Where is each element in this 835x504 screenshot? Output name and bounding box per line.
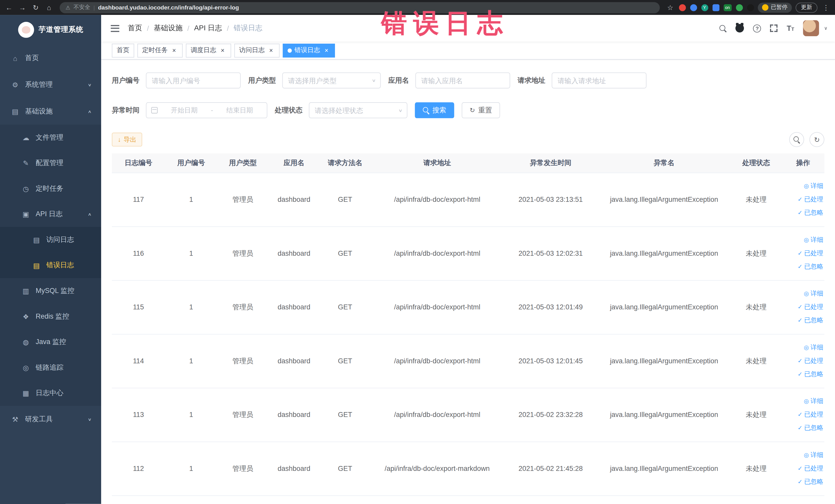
extension-icon-green-y[interactable]: Y [701,4,708,11]
user-id-input[interactable] [146,73,241,88]
request-url-input[interactable] [552,73,646,88]
toggle-search-button[interactable] [789,132,804,147]
action-detail[interactable]: ◎详细 [785,448,823,462]
action-ignored[interactable]: ✓已忽略 [785,475,823,489]
action-detail[interactable]: ◎详细 [785,287,823,300]
breadcrumb-separator: / [227,24,229,32]
browser-back-icon[interactable]: ← [4,2,14,13]
action-processed[interactable]: ✓已处理 [785,354,823,368]
extension-icon-paw[interactable] [747,4,754,11]
table-toolbar: ↓ 导出 ↻ [112,132,824,147]
tab-schedule-log[interactable]: 调度日志× [186,43,231,57]
action-detail[interactable]: ◎详细 [785,180,823,193]
sidebar-item-mysql-monitor[interactable]: ▥MySQL 监控 [0,278,101,304]
paused-extension-badge[interactable]: 已暂停 [757,2,792,12]
sidebar-item-redis-monitor[interactable]: ❖Redis 监控 [0,304,101,329]
row-actions: ◎详细✓已处理✓已忽略 [782,173,824,226]
date-range-picker[interactable]: 开始日期 - 结束日期 [146,102,267,118]
action-ignored[interactable]: ✓已忽略 [785,206,823,220]
sidebar-item-label: 链路追踪 [36,363,63,372]
extension-icon-green-leaf[interactable] [736,4,742,11]
table-cell: 112 [112,442,165,496]
sidebar-item-config-management[interactable]: ✎配置管理 [0,150,101,176]
action-ignored[interactable]: ✓已忽略 [785,367,823,381]
sidebar-item-access-log[interactable]: ▤访问日志 [0,227,101,253]
extension-icon-blue-grid[interactable] [712,4,719,11]
hamburger-icon[interactable] [111,25,119,32]
export-button[interactable]: ↓ 导出 [112,133,142,147]
table-cell: 管理员 [217,173,268,226]
tab-home[interactable]: 首页 [112,43,134,57]
bookmark-star-icon[interactable]: ☆ [665,2,675,13]
tab-label: 错误日志 [294,46,320,55]
close-icon[interactable]: × [323,47,330,54]
sidebar-item-trace[interactable]: ◎链路追踪 [0,355,101,381]
breadcrumb: 首页/基础设施/API 日志/错误日志 [128,23,262,33]
action-detail[interactable]: ◎详细 [785,395,823,408]
table-cell: 115 [112,280,165,334]
browser-forward-icon[interactable]: → [18,2,27,13]
row-actions: ◎详细✓已处理✓已忽略 [782,388,824,442]
browser-home-icon[interactable]: ⌂ [44,2,54,13]
action-processed[interactable]: ✓已处理 [785,462,823,475]
check-icon: ✓ [797,193,802,206]
search-button[interactable]: 搜索 [415,102,454,118]
chevron-down-icon[interactable]: ∨ [824,26,828,31]
close-icon[interactable]: × [267,47,274,54]
app-name-input[interactable] [415,73,510,88]
help-icon[interactable]: ? [753,24,761,32]
sidebar-item-infrastructure[interactable]: ▤基础设施∧ [0,98,101,125]
app-logo[interactable]: 芋道管理系统 [0,15,101,45]
breadcrumb-item[interactable]: API 日志 [194,23,222,33]
action-detail[interactable]: ◎详细 [785,341,823,354]
close-icon[interactable]: × [219,47,226,54]
extension-icon-blue-drop[interactable] [690,4,697,11]
address-bar[interactable]: ⚠ 不安全 | dashboard.yudao.iocoder.cn/infra… [60,2,659,13]
tab-access-log[interactable]: 访问日志× [235,43,280,57]
sidebar-item-api-log[interactable]: ▣API 日志∧ [0,201,101,227]
breadcrumb-item[interactable]: 首页 [128,23,142,33]
github-icon[interactable] [736,24,744,32]
sidebar-item-file-management[interactable]: ☁文件管理 [0,124,101,150]
sidebar-item-java-monitor[interactable]: ◍Java 监控 [0,329,101,355]
action-processed[interactable]: ✓已处理 [785,408,823,421]
sidebar-item-system-management[interactable]: ⚙系统管理∨ [0,72,101,98]
fullscreen-icon[interactable] [770,24,778,32]
sidebar-item-dev-tools[interactable]: ⚒研发工具∨ [0,406,101,432]
sidebar-item-home[interactable]: ⌂首页 [0,45,101,72]
table-cell: 1 [165,226,217,280]
action-processed[interactable]: ✓已处理 [785,247,823,260]
sidebar-item-error-log[interactable]: ▤错误日志 [0,253,101,278]
tab-error-log[interactable]: 错误日志× [283,43,335,57]
font-size-icon[interactable]: TT [787,24,794,32]
browser-reload-icon[interactable]: ↻ [31,2,40,13]
extension-icon-red[interactable] [679,4,686,11]
app-name-label: 应用名 [388,76,409,85]
reset-button[interactable]: ↻ 重置 [462,102,500,118]
close-icon[interactable]: × [170,47,178,54]
search-button-label: 搜索 [432,105,446,115]
search-icon[interactable] [720,25,727,32]
table-cell: /api/infra/db-doc/export-html [371,173,504,226]
table-cell: 管理员 [217,388,268,442]
user-avatar[interactable] [803,20,819,36]
action-ignored[interactable]: ✓已忽略 [785,260,823,273]
action-processed[interactable]: ✓已处理 [785,193,823,206]
browser-menu-kebab-icon[interactable]: ⋮ [821,2,831,13]
extension-icon-on-badge[interactable]: on [724,4,732,11]
table-cell: GET [320,226,371,280]
process-status-select[interactable] [309,102,407,118]
refresh-table-button[interactable]: ↻ [809,132,824,147]
chrome-update-button[interactable]: 更新 [795,2,817,12]
sidebar-item-log-center[interactable]: ▦日志中心 [0,380,101,406]
breadcrumb-item[interactable]: 基础设施 [154,23,183,33]
user-type-select[interactable] [282,73,381,88]
action-ignored[interactable]: ✓已忽略 [785,421,823,435]
action-detail[interactable]: ◎详细 [785,234,823,247]
sidebar-item-scheduled-tasks[interactable]: ◷定时任务 [0,176,101,202]
log-center-icon: ▦ [21,389,30,397]
tab-scheduled-tasks[interactable]: 定时任务× [137,43,183,57]
filter-process-status: 处理状态 ∨ [275,102,408,118]
action-ignored[interactable]: ✓已忽略 [785,314,823,327]
action-processed[interactable]: ✓已处理 [785,300,823,314]
